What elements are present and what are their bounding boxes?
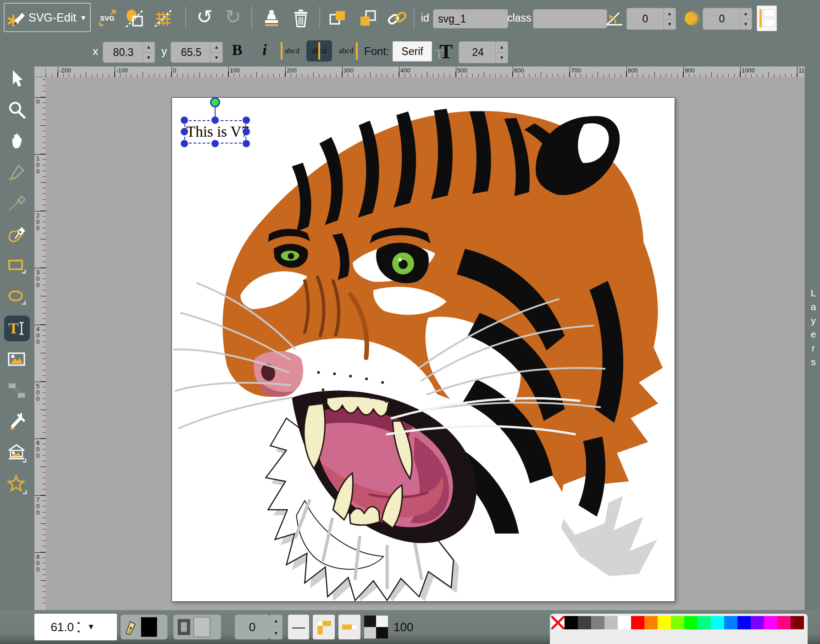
rotation-spinner[interactable]: ▲▼: [663, 8, 676, 30]
palette-swatch[interactable]: [724, 616, 737, 629]
palette-swatch[interactable]: [658, 616, 671, 629]
workspace[interactable]: This is V7: [46, 77, 805, 610]
selection-handle-w[interactable]: [181, 128, 188, 135]
element-class-input[interactable]: [533, 9, 607, 28]
palette-swatch[interactable]: [737, 616, 751, 629]
selection-handle-sw[interactable]: [181, 140, 188, 147]
path-tool-button[interactable]: [4, 222, 30, 248]
rotation-angle-input[interactable]: [626, 8, 664, 30]
text-tool-button[interactable]: T: [4, 316, 30, 341]
selection-handle-ne[interactable]: [243, 117, 250, 124]
ruler-top: -200-10001002003004005006007008009001000…: [46, 67, 805, 77]
text-anchor-start-button[interactable]: abcd: [281, 40, 304, 61]
stroke-color-widget[interactable]: [173, 615, 221, 639]
zoom-value: 61.0: [34, 620, 74, 634]
blur-input[interactable]: [703, 8, 741, 30]
magnifier-icon: [7, 100, 27, 120]
star-tool-button[interactable]: [4, 472, 30, 497]
move-to-top-button[interactable]: [358, 8, 378, 28]
wireframe-mode-button[interactable]: [125, 8, 145, 28]
x-input[interactable]: [103, 42, 144, 63]
snap-to-grid-button[interactable]: [153, 8, 173, 28]
stroke-dash-button[interactable]: —: [288, 615, 309, 639]
tiger-artwork[interactable]: [172, 98, 675, 601]
stroke-width-spinner[interactable]: ▲▼: [270, 615, 283, 639]
stroke-linejoin-button[interactable]: [313, 615, 335, 639]
delete-button[interactable]: [291, 8, 311, 28]
palette-swatch[interactable]: [791, 616, 804, 629]
shape-library-button[interactable]: [4, 440, 30, 466]
select-tool-button[interactable]: [4, 66, 30, 92]
fill-color-swatch[interactable]: [141, 617, 157, 637]
ellipse-tool-button[interactable]: [4, 284, 30, 310]
selection-handle-se[interactable]: [243, 140, 250, 147]
toolbar-divider: [319, 6, 320, 29]
y-spinner[interactable]: ▲▼: [210, 42, 223, 63]
svg-source-button[interactable]: SVG: [97, 8, 117, 28]
align-relative-button[interactable]: [757, 6, 777, 31]
zoom-spinner[interactable]: ▲▼: [77, 618, 81, 636]
palette-swatch[interactable]: [604, 616, 618, 629]
clone-button[interactable]: [261, 8, 282, 28]
redo-button[interactable]: ↻: [223, 6, 243, 27]
eyedropper-tool-button[interactable]: [4, 409, 30, 435]
image-tool-button[interactable]: [4, 347, 30, 372]
blur-spinner[interactable]: ▲▼: [739, 8, 752, 30]
shape-library-icon: [7, 443, 27, 463]
ruler-left: 0100200300400500600700800: [34, 77, 46, 610]
palette-swatch[interactable]: [631, 616, 644, 629]
palette-swatch[interactable]: [684, 616, 698, 629]
palette-swatch[interactable]: [751, 616, 764, 629]
blur-icon: [682, 9, 701, 28]
text-anchor-end-button[interactable]: abcd: [335, 40, 358, 61]
undo-button[interactable]: ↺: [194, 6, 215, 27]
connector-tool-button[interactable]: [4, 378, 30, 404]
palette-swatch[interactable]: [618, 616, 631, 629]
palette-swatch[interactable]: [698, 616, 711, 629]
selection-handle-nw[interactable]: [181, 117, 188, 124]
y-input[interactable]: [171, 42, 212, 63]
fill-color-widget[interactable]: [121, 615, 167, 639]
move-to-bottom-button[interactable]: [327, 8, 348, 28]
palette-swatch[interactable]: [578, 616, 591, 629]
layers-panel-toggle[interactable]: Layers: [805, 67, 820, 610]
svg-canvas[interactable]: [172, 97, 675, 602]
bold-button[interactable]: B: [227, 41, 247, 61]
main-menu-button[interactable]: SVG-Edit ▼: [4, 3, 91, 32]
stroke-width-input[interactable]: [235, 615, 270, 639]
italic-button[interactable]: i: [255, 41, 274, 61]
font-family-button[interactable]: Serif: [393, 41, 432, 61]
selection-handle-n[interactable]: [211, 117, 219, 124]
text-anchor-middle-button[interactable]: abcd: [306, 40, 332, 61]
palette-swatch[interactable]: [764, 616, 777, 629]
pencil-tool-button[interactable]: [4, 160, 30, 185]
font-size-input[interactable]: [459, 41, 497, 63]
eyedropper-icon: [7, 412, 27, 432]
opacity-gradient-swatch[interactable]: [364, 616, 388, 638]
palette-swatch[interactable]: [777, 616, 791, 629]
zoom-widget[interactable]: 61.0 ▲▼ ▼: [34, 614, 117, 640]
zoom-dropdown-caret-icon[interactable]: ▼: [87, 622, 95, 632]
selection-handle-s[interactable]: [211, 140, 219, 147]
palette-swatch[interactable]: [711, 616, 724, 629]
select-arrow-icon: [7, 69, 27, 89]
selection-handle-e[interactable]: [243, 128, 250, 135]
palette-swatch[interactable]: [671, 616, 684, 629]
palette-swatch[interactable]: [591, 616, 604, 629]
palette-swatch-none[interactable]: [551, 616, 565, 629]
palette-swatch[interactable]: [644, 616, 658, 629]
rectangle-tool-button[interactable]: [4, 253, 30, 279]
font-size-spinner[interactable]: ▲▼: [495, 41, 508, 63]
element-id-input[interactable]: [433, 9, 508, 28]
line-tool-button[interactable]: [4, 191, 30, 217]
pan-tool-button[interactable]: [4, 128, 30, 154]
palette-swatch[interactable]: [565, 616, 578, 629]
zoom-tool-button[interactable]: [4, 97, 30, 123]
x-spinner[interactable]: ▲▼: [142, 42, 155, 63]
stroke-linecap-button[interactable]: [338, 615, 360, 639]
linejoin-miter-icon: [315, 618, 333, 636]
rotation-handle[interactable]: [210, 97, 220, 107]
svg-edit-logo-icon: [7, 8, 26, 27]
make-link-button[interactable]: [387, 8, 407, 28]
stroke-color-swatch[interactable]: [194, 617, 210, 637]
